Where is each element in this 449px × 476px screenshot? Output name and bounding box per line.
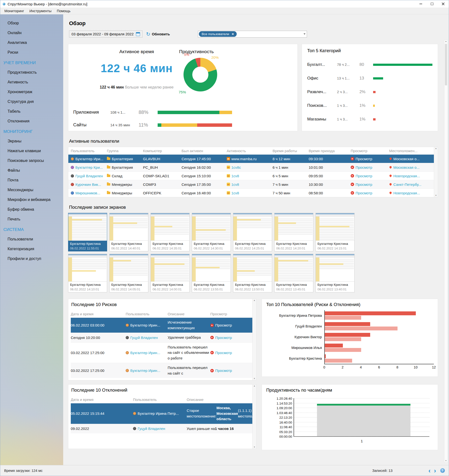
view-link[interactable]: ▶Просмотр (210, 323, 252, 327)
view-link[interactable]: ▶Просмотр (351, 174, 389, 178)
scroll-down-icon[interactable]: ▼ (435, 195, 437, 197)
sidebar-item-Печать[interactable]: Печать (0, 214, 63, 224)
screen-recording-tile[interactable]: Бухгалтер Кристина06.02.2022 13:40:01 (316, 254, 355, 292)
screen-recording-tile[interactable]: Бухгалтер Кристина06.02.2022 14:30:01 (192, 213, 231, 251)
table-row[interactable]: Мирошников...МенеджерыOFFICEPKСегодня 16… (68, 188, 434, 197)
screen-recording-tile[interactable]: Бухгалтер Кристина06.02.2022 14:10:01 (68, 254, 107, 292)
user-cell[interactable]: Курочкин Вик... (71, 182, 107, 187)
screen-recording-tile[interactable]: Бухгалтер Кристина06.02.2022 14:20:01 (274, 213, 313, 251)
sidebar-item-Продуктивность[interactable]: Продуктивность (0, 68, 63, 77)
user-cell[interactable]: Бухгалтер Ирина Петр... (133, 411, 187, 416)
column-header-Активность[interactable]: Активность (227, 149, 273, 153)
sidebar-item-Почта[interactable]: Почта (0, 175, 63, 185)
column-header-Пользователь[interactable]: Пользователь (133, 397, 187, 402)
user-cell[interactable]: Бухгалтер Ирин... (126, 323, 168, 327)
user-cell[interactable]: Бухгалтер Ири... (71, 157, 107, 161)
sidebar-item-Структура дня[interactable]: Структура дня (0, 97, 63, 107)
sidebar-item-Нажатые клавиши[interactable]: Нажатые клавиши (0, 146, 63, 156)
column-header-Дата и время[interactable]: Дата и время (71, 397, 133, 402)
refresh-button[interactable]: ↻ Обновить (146, 31, 170, 37)
prev-page-button[interactable]: ‹ (429, 467, 431, 474)
sidebar-item-Табель[interactable]: Табель (0, 107, 63, 116)
scroll-down-icon[interactable]: ▼ (254, 446, 255, 448)
activity-cell[interactable]: 1С1cv8 (227, 191, 273, 195)
category-row[interactable]: Поисков...1 ч 3...1% (307, 99, 432, 112)
user-cell[interactable]: Бухгалтер Ирин... (126, 351, 168, 355)
sidebar-item-Поисковые запросы[interactable]: Поисковые запросы (0, 156, 63, 166)
activity-cell[interactable]: 1С1cv8 (227, 174, 273, 178)
user-cell[interactable]: Бухгалтер Кри... (71, 165, 107, 169)
user-cell[interactable]: Гуцуй Владилен (133, 426, 187, 431)
column-header-Время прихода[interactable]: Время прихода (309, 149, 351, 153)
sidebar-item-Пользователи[interactable]: Пользователи (0, 234, 63, 244)
view-link[interactable]: ▶Просмотр (351, 182, 389, 187)
minimize-button[interactable] (415, 0, 426, 8)
table-row[interactable]: 03.02.2022 17:25:00Бухгалтер Ирин...Поль… (71, 363, 252, 378)
column-header-Время работы[interactable]: Время работы (273, 149, 309, 153)
table-row[interactable]: Бухгалтер Ири...БухгалтерияGLAVBUHСегодн… (68, 154, 434, 163)
activity-cell[interactable]: mwww.mamba.ru (227, 157, 273, 161)
user-filter-chip[interactable]: Все пользователи ✕ (199, 31, 237, 37)
help-button[interactable]: ? (440, 468, 445, 473)
scroll-up-icon[interactable]: ▲ (445, 40, 447, 42)
scroll-down-icon[interactable]: ▼ (445, 460, 447, 462)
sidebar-item-Риски[interactable]: Риски (0, 48, 63, 57)
column-header-Компьютер[interactable]: Компьютер (143, 149, 182, 153)
table-row[interactable]: 06.02.2022 03:00:00Бухгалтер Ирин...Исче… (71, 317, 252, 333)
menu-item-Инструменты[interactable]: Инструменты (27, 8, 54, 14)
view-link[interactable]: ▶Просмотр (210, 351, 252, 355)
screen-recording-tile[interactable]: Бухгалтер Кристина06.02.2022 13:55:01 (192, 254, 231, 292)
column-header-Группа[interactable]: Группа (107, 149, 143, 153)
user-filter-dropdown[interactable]: Все пользователи ✕ (198, 31, 307, 38)
category-row[interactable]: Бухгалт...78 ч 2...80 (307, 58, 432, 71)
screen-recording-tile[interactable]: Бухгалтер Кристина06.02.2022 11:55:01 (68, 213, 107, 251)
sidebar-item-Аналитика[interactable]: Аналитика (0, 38, 63, 48)
column-header-Просмотр[interactable]: Просмотр (210, 312, 252, 316)
sidebar-item-Микрофон и вебкамера[interactable]: Микрофон и вебкамера (0, 195, 63, 205)
table-row[interactable]: Сегодня 10:20:00Гуцуй ВладиленУдаление г… (71, 333, 252, 342)
scroll-down-icon[interactable]: ▼ (254, 378, 255, 380)
next-page-button[interactable]: › (434, 467, 436, 474)
column-header-Местоположен...[interactable]: Местоположен... (389, 149, 434, 153)
close-button[interactable] (438, 0, 449, 8)
screen-recording-tile[interactable]: Бухгалтер Кристина06.02.2022 14:40:01 (109, 213, 148, 251)
screen-recording-tile[interactable]: Бухгалтер Кристина06.02.2022 13:50:01 (233, 254, 272, 292)
activity-cell[interactable]: 1С1cv8c (227, 165, 273, 169)
sidebar-item-Онлайн[interactable]: Онлайн (0, 28, 63, 38)
view-link[interactable]: ▶Просмотр (210, 336, 252, 340)
category-row[interactable]: Развлеч...2 ч 3...2% (307, 85, 432, 99)
user-cell[interactable]: Мирошников... (71, 191, 107, 195)
table-row[interactable]: Гуцуй ВладиленСкладCOMP-SKLAD1Сегодня 15… (68, 171, 434, 180)
column-header-Описание[interactable]: Описание (168, 312, 210, 316)
scrollbar-thumb[interactable] (445, 44, 447, 85)
users-table-scrollbar[interactable]: ▲▼ (434, 147, 438, 197)
sidebar-item-Экраны[interactable]: Экраны (0, 136, 63, 146)
sidebar-item-Файлы[interactable]: Файлы (0, 166, 63, 175)
user-cell[interactable]: Гуцуй Владилен (71, 174, 107, 178)
menu-item-Помощь[interactable]: Помощь (54, 8, 73, 14)
column-header-Был активен[interactable]: Был активен (182, 149, 227, 153)
view-link[interactable]: ▶Просмотр (351, 157, 389, 161)
screen-recording-tile[interactable]: Бухгалтер Кристина06.02.2022 13:45:01 (274, 254, 313, 292)
screen-recording-tile[interactable]: Бухгалтер Кристина06.02.2022 14:25:01 (233, 213, 272, 251)
view-link[interactable]: ▶Просмотр (210, 368, 252, 373)
table-row[interactable]: Бухгалтер Кри...БухгалтерияPC_BUHСегодня… (68, 163, 434, 171)
chip-close-icon[interactable]: ✕ (232, 32, 234, 36)
menu-item-Мониторинг[interactable]: Мониторинг (2, 8, 27, 14)
scroll-up-icon[interactable]: ▲ (435, 148, 437, 149)
table-row[interactable]: 03.02.2022 17:25:00Бухгалтер Ирин...Поль… (71, 342, 252, 363)
column-header-Пользователь[interactable]: Пользователь (126, 312, 168, 316)
risks-scrollbar[interactable]: ▲ ▼ (252, 299, 256, 380)
category-row[interactable]: Магазины1 ч 3...1% (307, 112, 432, 126)
table-row[interactable]: Курочкин Вик...МенеджерыCOMP3Сегодня 17:… (68, 180, 434, 188)
view-link[interactable]: ▶Просмотр (351, 191, 389, 195)
sidebar-item-Обзор[interactable]: Обзор (0, 18, 63, 28)
scroll-up-icon[interactable]: ▲ (254, 385, 255, 387)
screen-recording-tile[interactable]: Бухгалтер Кристина06.02.2022 14:35:01 (151, 213, 190, 251)
deviations-scrollbar[interactable]: ▲ ▼ (252, 385, 256, 449)
view-link[interactable]: ▶Просмотр (351, 165, 389, 169)
screen-recording-tile[interactable]: Бухгалтер Кристина06.02.2022 14:00:01 (151, 254, 190, 292)
date-range-picker[interactable]: 03 февраля 2022 - 09 февраля 2022 (69, 30, 143, 38)
sidebar-item-Буфер обмена[interactable]: Буфер обмена (0, 205, 63, 214)
user-cell[interactable]: Бухгалтер Ирин... (126, 368, 168, 373)
